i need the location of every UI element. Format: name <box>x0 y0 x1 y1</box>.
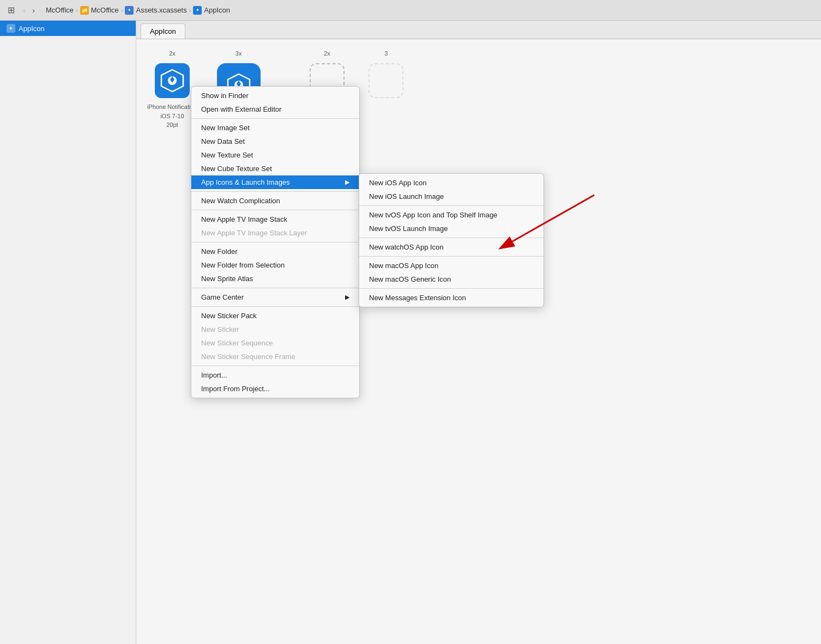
asset-scale-1: 2x <box>169 50 176 57</box>
menu-item-label: New Sprite Atlas <box>201 275 253 283</box>
breadcrumb-appicon-label: AppIcon <box>204 6 230 14</box>
asset-scale-2: 3x <box>236 50 242 57</box>
menu-new-cube-texture[interactable]: New Cube Texture Set <box>191 162 359 175</box>
submenu-item-label: New watchOS App Icon <box>369 243 444 251</box>
menu-sep-7 <box>191 366 359 366</box>
submenu-item-label: New macOS Generic Icon <box>369 275 451 283</box>
submenu-sep-1 <box>359 205 544 206</box>
menu-appletv-layer: New Apple TV Image Stack Layer <box>191 226 359 240</box>
sidebar-appicon-icon: ✦ <box>7 24 15 33</box>
submenu-item-label: New tvOS App Icon and Top Shelf Image <box>369 211 497 219</box>
submenu-new-tvos-appicon[interactable]: New tvOS App Icon and Top Shelf Image <box>359 208 544 222</box>
submenu-item-label: New tvOS Launch Image <box>369 224 448 233</box>
menu-new-folder-selection[interactable]: New Folder from Selection <box>191 258 359 272</box>
menu-item-label: New Data Set <box>201 137 245 145</box>
menu-new-data-set[interactable]: New Data Set <box>191 135 359 148</box>
menu-import-project[interactable]: Import From Project... <box>191 382 359 396</box>
submenu-new-messages-icon[interactable]: New Messages Extension Icon <box>359 291 544 305</box>
menu-item-label: Import From Project... <box>201 385 270 393</box>
main-layout: ✦ AppIcon AppIcon 2x <box>0 21 821 644</box>
menu-new-texture-set[interactable]: New Texture Set <box>191 148 359 162</box>
menu-sep-1 <box>191 118 359 119</box>
submenu-new-ios-appicon[interactable]: New iOS App Icon <box>359 176 544 190</box>
submenu-new-watchos-appicon[interactable]: New watchOS App Icon <box>359 240 544 254</box>
menu-item-label: Game Center <box>201 293 244 301</box>
content-area: AppIcon 2x iPhone Notification iOS 7-10 <box>136 21 821 644</box>
sidebar-item-label: AppIcon <box>19 25 45 33</box>
asset-icon-1 <box>155 63 190 98</box>
breadcrumb: McOffice › 📁 McOffice › ✦ Assets.xcasset… <box>46 6 230 15</box>
menu-sep-5 <box>191 288 359 288</box>
submenu-sep-4 <box>359 288 544 289</box>
menu-item-label: New Cube Texture Set <box>201 165 272 173</box>
folder-icon: 📁 <box>80 6 89 15</box>
breadcrumb-folder-label: McOffice <box>91 6 119 14</box>
submenu-item-label: New iOS Launch Image <box>369 192 444 201</box>
asset-cell-1: 2x iPhone Notification iOS 7-10 20pt <box>147 50 197 138</box>
sidebar: ✦ AppIcon <box>0 21 136 644</box>
menu-appletv-stack[interactable]: New Apple TV Image Stack <box>191 212 359 226</box>
submenu-app-icons: New iOS App Icon New iOS Launch Image Ne… <box>359 173 544 307</box>
back-button[interactable]: ‹ <box>21 4 28 16</box>
submenu-sep-3 <box>359 256 544 257</box>
breadcrumb-label: McOffice <box>46 6 74 14</box>
menu-new-sticker-seq-frame: New Sticker Sequence Frame <box>191 350 359 363</box>
menu-sep-2 <box>191 191 359 192</box>
submenu-arrow-icon: ▶ <box>345 179 349 186</box>
menu-sep-3 <box>191 210 359 210</box>
breadcrumb-sep-3: › <box>189 7 191 14</box>
menu-item-label: New Texture Set <box>201 151 253 159</box>
game-center-arrow-icon: ▶ <box>345 294 349 301</box>
breadcrumb-item-appicon[interactable]: ✦ AppIcon <box>193 6 230 15</box>
menu-open-external[interactable]: Open with External Editor <box>191 102 359 116</box>
menu-new-sticker-seq: New Sticker Sequence <box>191 336 359 350</box>
menu-sep-4 <box>191 242 359 242</box>
xcassets-icon: ✦ <box>125 6 134 15</box>
submenu-new-ios-launch[interactable]: New iOS Launch Image <box>359 190 544 203</box>
grid-icon: ⊞ <box>5 5 16 16</box>
menu-item-label: New Folder from Selection <box>201 261 285 269</box>
menu-item-label: App Icons & Launch Images <box>201 178 290 186</box>
tab-bar: AppIcon <box>136 21 821 39</box>
menu-item-label: New Folder <box>201 247 237 256</box>
submenu-new-macos-appicon[interactable]: New macOS App Icon <box>359 259 544 272</box>
appicon-icon: ✦ <box>193 6 202 15</box>
menu-item-label: New Sticker Sequence <box>201 339 273 347</box>
context-menu: Show in Finder Open with External Editor… <box>191 86 360 398</box>
submenu-item-label: New macOS App Icon <box>369 262 438 270</box>
submenu-item-label: New Messages Extension Icon <box>369 294 466 302</box>
forward-button[interactable]: › <box>30 4 37 16</box>
menu-new-sprite-atlas[interactable]: New Sprite Atlas <box>191 272 359 285</box>
breadcrumb-item-mcoffice-text[interactable]: McOffice <box>46 6 74 14</box>
asset-row2-spacer <box>147 151 182 171</box>
menu-item-label: New Image Set <box>201 124 250 132</box>
breadcrumb-sep-2: › <box>121 7 123 14</box>
menu-watch-complication[interactable]: New Watch Complication <box>191 194 359 208</box>
menu-item-label: New Sticker Sequence Frame <box>201 353 295 361</box>
asset-label-1: iPhone Notification iOS 7-10 20pt <box>147 102 197 130</box>
menu-game-center[interactable]: Game Center ▶ <box>191 290 359 304</box>
menu-item-label: New Sticker <box>201 325 239 333</box>
submenu-sep-2 <box>359 238 544 238</box>
menu-app-icons[interactable]: App Icons & Launch Images ▶ <box>191 175 359 189</box>
menu-item-label: Open with External Editor <box>201 105 281 113</box>
tab-appicon[interactable]: AppIcon <box>141 23 185 39</box>
menu-item-label: New Watch Complication <box>201 197 280 205</box>
menu-import[interactable]: Import... <box>191 368 359 382</box>
menu-item-label: New Apple TV Image Stack <box>201 215 287 223</box>
menu-item-label: Show in Finder <box>201 92 249 100</box>
breadcrumb-item-xcassets[interactable]: ✦ Assets.xcassets <box>125 6 186 15</box>
breadcrumb-item-mcoffice-folder[interactable]: 📁 McOffice <box>80 6 119 15</box>
menu-new-folder[interactable]: New Folder <box>191 245 359 258</box>
submenu-new-tvos-launch[interactable]: New tvOS Launch Image <box>359 222 544 235</box>
menu-item-label: New Sticker Pack <box>201 312 257 320</box>
menu-new-image-set[interactable]: New Image Set <box>191 121 359 135</box>
menu-sep-6 <box>191 306 359 307</box>
submenu-new-macos-generic[interactable]: New macOS Generic Icon <box>359 272 544 286</box>
menu-show-finder[interactable]: Show in Finder <box>191 89 359 102</box>
tab-label: AppIcon <box>150 27 176 35</box>
menu-item-label: Import... <box>201 371 227 379</box>
menu-new-sticker-pack[interactable]: New Sticker Pack <box>191 309 359 323</box>
sidebar-item-appicon[interactable]: ✦ AppIcon <box>0 21 136 36</box>
titlebar: ⊞ ‹ › McOffice › 📁 McOffice › ✦ Assets.x… <box>0 0 821 21</box>
